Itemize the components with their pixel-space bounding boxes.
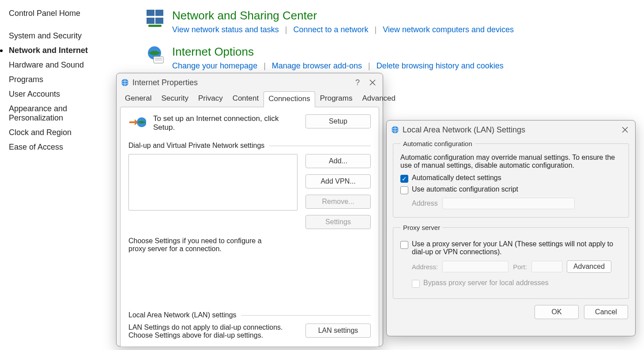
cat-internet-options: Internet Options Change your homepage| M… xyxy=(146,45,635,71)
dialog-internet-properties: Internet Properties ? General Security P… xyxy=(116,73,383,346)
check-auto-detect[interactable]: ✓ Automatically detect settings xyxy=(400,174,621,183)
link-view-network-status[interactable]: View network status and tasks xyxy=(172,25,279,34)
internet-options-icon xyxy=(146,45,165,64)
sidebar: Control Panel Home System and Security N… xyxy=(9,9,124,157)
lan-settings-button[interactable]: LAN settings xyxy=(305,324,371,338)
auto-config-desc: Automatic configuration may override man… xyxy=(400,154,621,169)
dialog-lan-settings: Local Area Network (LAN) Settings Automa… xyxy=(386,120,636,336)
advanced-button[interactable]: Advanced xyxy=(567,260,611,273)
check-use-proxy[interactable]: Use a proxy server for your LAN (These s… xyxy=(400,240,621,256)
sidebar-item-ease-of-access[interactable]: Ease of Access xyxy=(9,143,124,152)
fieldset-dialup-legend: Dial-up and Virtual Private Network sett… xyxy=(128,142,264,150)
address-label: Address xyxy=(412,199,438,207)
tab-programs[interactable]: Programs xyxy=(315,91,358,107)
tab-advanced[interactable]: Advanced xyxy=(357,91,400,107)
svg-rect-0 xyxy=(147,10,154,16)
proxy-port-input xyxy=(531,261,562,272)
tab-content[interactable]: Content xyxy=(228,91,264,107)
choose-settings-text: Choose Settings if you need to configure… xyxy=(128,237,279,253)
tab-strip: General Security Privacy Content Connect… xyxy=(117,91,383,107)
link-change-homepage[interactable]: Change your homepage xyxy=(172,61,257,71)
dialup-listbox[interactable] xyxy=(128,154,298,211)
check-use-script[interactable]: Use automatic configuration script xyxy=(400,185,621,194)
sidebar-item-label: Network and Internet xyxy=(9,46,88,55)
add-vpn-button[interactable]: Add VPN... xyxy=(305,174,371,188)
check-label: Use a proxy server for your LAN (These s… xyxy=(412,240,621,256)
sidebar-item-label: Appearance and Personalization xyxy=(9,104,97,123)
settings-button: Settings xyxy=(305,215,371,229)
titlebar[interactable]: Internet Properties ? xyxy=(117,73,383,91)
lan-settings-text: LAN Settings do not apply to dial-up con… xyxy=(128,324,298,339)
checkbox-icon xyxy=(400,186,408,194)
globe-icon xyxy=(121,79,129,87)
sidebar-item-appearance-personalization[interactable]: Appearance and Personalization xyxy=(9,104,97,123)
check-bypass-local: Bypass proxy server for local addresses xyxy=(400,279,621,288)
cat-title[interactable]: Internet Options xyxy=(172,45,635,59)
proxy-legend: Proxy server xyxy=(400,224,443,231)
proxy-address-input xyxy=(442,261,508,272)
titlebar[interactable]: Local Area Network (LAN) Settings xyxy=(387,120,635,138)
close-button[interactable] xyxy=(367,77,378,88)
svg-rect-3 xyxy=(155,18,163,24)
dialog-title: Local Area Network (LAN) Settings xyxy=(403,125,619,135)
checkbox-icon: ✓ xyxy=(400,175,408,183)
sidebar-item-hardware-sound[interactable]: Hardware and Sound xyxy=(9,60,124,70)
cancel-button[interactable]: Cancel xyxy=(584,305,628,319)
sidebar-item-label: System and Security xyxy=(9,31,82,41)
tab-privacy[interactable]: Privacy xyxy=(193,91,228,107)
remove-button: Remove... xyxy=(305,195,371,209)
fieldset-automatic-config: Automatic configuration Automatic config… xyxy=(393,140,629,218)
link-delete-browsing-history[interactable]: Delete browsing history and cookies xyxy=(377,61,504,71)
sidebar-item-user-accounts[interactable]: User Accounts xyxy=(9,90,124,99)
script-address-input xyxy=(442,198,575,209)
svg-rect-4 xyxy=(148,25,162,27)
sidebar-item-label: Clock and Region xyxy=(9,128,72,137)
dialog-title: Internet Properties xyxy=(132,78,348,87)
sidebar-item-programs[interactable]: Programs xyxy=(9,75,124,84)
close-icon xyxy=(369,79,376,86)
close-icon xyxy=(622,127,628,133)
link-connect-network[interactable]: Connect to a network xyxy=(293,25,368,34)
cat-network-sharing-center: Network and Sharing Center View network … xyxy=(146,9,635,34)
fieldset-proxy-server: Proxy server Use a proxy server for your… xyxy=(393,224,629,299)
sidebar-item-label: Ease of Access xyxy=(9,143,63,152)
sidebar-item-label: User Accounts xyxy=(9,90,60,99)
proxy-port-label: Port: xyxy=(513,263,527,271)
link-manage-addons[interactable]: Manage browser add-ons xyxy=(272,61,362,71)
connection-setup-icon xyxy=(128,114,146,130)
help-button[interactable]: ? xyxy=(348,78,367,87)
sidebar-item-network-internet[interactable]: Network and Internet xyxy=(9,46,124,55)
svg-rect-1 xyxy=(155,10,163,16)
tab-security[interactable]: Security xyxy=(156,91,193,107)
setup-button[interactable]: Setup xyxy=(305,114,371,128)
fieldset-lan-legend: Local Area Network (LAN) settings xyxy=(128,311,237,319)
setup-text: To set up an Internet connection, click … xyxy=(153,114,298,132)
check-label: Bypass proxy server for local addresses xyxy=(423,279,549,287)
tab-connections[interactable]: Connections xyxy=(264,91,315,107)
globe-icon xyxy=(391,126,399,134)
add-button[interactable]: Add... xyxy=(305,154,371,168)
link-view-computers-devices[interactable]: View network computers and devices xyxy=(383,25,514,34)
check-label: Use automatic configuration script xyxy=(412,185,518,193)
tab-general[interactable]: General xyxy=(120,91,156,107)
main-content: Network and Sharing Center View network … xyxy=(146,9,635,81)
bullet-icon xyxy=(0,49,3,52)
checkbox-icon xyxy=(412,280,420,288)
tab-page-connections: To set up an Internet connection, click … xyxy=(120,107,379,347)
svg-rect-2 xyxy=(147,18,154,24)
check-label: Automatically detect settings xyxy=(412,174,501,182)
ok-button[interactable]: OK xyxy=(535,305,579,319)
close-button[interactable] xyxy=(619,124,631,135)
sidebar-item-system-security[interactable]: System and Security xyxy=(9,31,124,41)
sidebar-item-label: Hardware and Sound xyxy=(9,60,84,70)
cat-title[interactable]: Network and Sharing Center xyxy=(172,9,635,23)
checkbox-icon xyxy=(400,241,408,249)
sidebar-item-label: Programs xyxy=(9,75,43,84)
proxy-address-label: Address: xyxy=(412,263,438,271)
sidebar-item-clock-region[interactable]: Clock and Region xyxy=(9,128,124,137)
auto-config-legend: Automatic configuration xyxy=(400,140,475,147)
sidebar-item-control-panel-home[interactable]: Control Panel Home xyxy=(9,9,124,18)
sidebar-item-label: Control Panel Home xyxy=(9,9,80,18)
network-center-icon xyxy=(146,9,165,28)
